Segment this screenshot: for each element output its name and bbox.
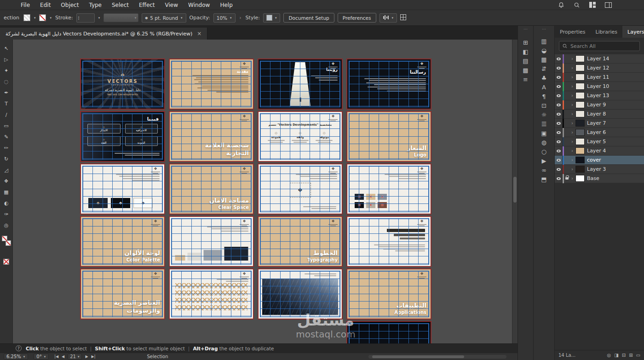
layer-thumbnail[interactable] bbox=[575, 83, 585, 90]
gradient-panel-icon[interactable]: ◒ bbox=[539, 46, 550, 55]
visibility-eye-icon[interactable] bbox=[555, 146, 563, 156]
artboard-20-applications-title[interactable]: ❖التطبيقاتApplications bbox=[347, 269, 431, 319]
layer-name[interactable]: Layer 13 bbox=[587, 93, 609, 99]
new-sublayer-icon[interactable]: ⊟ bbox=[622, 353, 626, 358]
layer-row-layer-7[interactable]: ›Layer 7 bbox=[555, 119, 644, 128]
layer-row-layer-14[interactable]: ›Layer 14 bbox=[555, 54, 644, 64]
layer-name[interactable]: cover bbox=[587, 157, 601, 163]
expand-chevron-icon[interactable]: › bbox=[570, 65, 575, 70]
artboard-9-logo-variations[interactable]: ❖❖❖❖ bbox=[81, 164, 164, 214]
workspace-switch-icon[interactable] bbox=[400, 14, 406, 22]
artboard-14-color-palette[interactable]: ❖ bbox=[170, 217, 253, 266]
line-segment-tool-icon[interactable]: ∕ bbox=[1, 110, 12, 120]
zoom-tool-icon[interactable]: ◎ bbox=[1, 220, 12, 230]
expand-chevron-icon[interactable]: › bbox=[570, 130, 575, 135]
expand-chevron-icon[interactable]: › bbox=[570, 102, 575, 107]
paragraph-panel-icon[interactable]: ¶ bbox=[539, 92, 550, 101]
rectangle-tool-icon[interactable]: ▭ bbox=[1, 121, 12, 131]
artboard-4-mission[interactable]: ❖رسالتنا bbox=[347, 59, 431, 109]
rotation-dropdown[interactable]: 0° ▾ bbox=[34, 354, 49, 360]
menu-object[interactable]: Object bbox=[56, 2, 84, 8]
artboard-8-logo-title[interactable]: ❖الشعارLogo bbox=[347, 112, 431, 161]
swatches-panel-icon[interactable]: ▦ bbox=[539, 55, 550, 64]
pen-tool-icon[interactable]: ✒ bbox=[1, 87, 12, 98]
delete-layer-icon[interactable]: ▭ bbox=[636, 353, 640, 358]
layer-row-layer-9[interactable]: ›Layer 9 bbox=[555, 100, 644, 110]
symbols-panel-icon[interactable]: ♣ bbox=[539, 73, 550, 82]
artboard-number-field[interactable]: 21 ▾ bbox=[68, 354, 82, 360]
color-panel-icon[interactable]: ▥ bbox=[539, 36, 550, 46]
visibility-eye-icon[interactable] bbox=[555, 91, 563, 100]
layer-thumbnail[interactable] bbox=[575, 138, 585, 145]
artboard-13-color-palette-title[interactable]: ❖لوحة الألوانColor Palette bbox=[81, 217, 164, 266]
paintbrush-tool-icon[interactable]: ✎ bbox=[1, 132, 12, 142]
info-panel-icon[interactable]: ≡ bbox=[520, 75, 531, 84]
expand-chevron-icon[interactable]: › bbox=[570, 111, 575, 116]
layer-thumbnail[interactable] bbox=[575, 147, 585, 154]
expand-chevron-icon[interactable]: › bbox=[570, 176, 575, 181]
stepper-arrows-icon[interactable]: ▴▾ bbox=[78, 16, 80, 20]
layer-thumbnail[interactable] bbox=[575, 166, 585, 173]
artboards-panel-icon[interactable]: ⊡ bbox=[539, 101, 550, 110]
layer-thumbnail[interactable] bbox=[575, 101, 585, 108]
layer-name[interactable]: Layer 11 bbox=[587, 74, 609, 80]
layer-thumbnail[interactable] bbox=[575, 55, 585, 62]
visibility-eye-icon[interactable] bbox=[555, 64, 563, 73]
search-icon[interactable] bbox=[574, 2, 580, 8]
layer-row-layer-10[interactable]: ›Layer 10 bbox=[555, 82, 644, 91]
align-panel-icon[interactable]: ⊞ bbox=[520, 38, 531, 47]
stroke-width-field[interactable]: ▴▾ bbox=[76, 13, 95, 23]
visibility-eye-icon[interactable] bbox=[555, 82, 563, 91]
artboard-6-brand-personality-title[interactable]: ❖شخصية العلامةالتجارية bbox=[170, 112, 253, 161]
transform-each-panel-icon[interactable]: ⇵ bbox=[539, 64, 550, 73]
layer-thumbnail[interactable] bbox=[575, 64, 585, 71]
expand-chevron-icon[interactable]: › bbox=[570, 121, 575, 126]
transform-panel-icon[interactable]: ◧ bbox=[520, 47, 531, 56]
layer-thumbnail[interactable] bbox=[575, 92, 585, 99]
tab-libraries[interactable]: Libraries bbox=[591, 26, 623, 38]
visibility-eye-icon[interactable] bbox=[555, 174, 563, 183]
horizontal-scrollbar[interactable] bbox=[368, 355, 506, 359]
layer-row-layer-11[interactable]: ›Layer 11 bbox=[555, 73, 644, 82]
layer-name[interactable]: Layer 9 bbox=[587, 102, 606, 108]
layer-name[interactable]: Layer 4 bbox=[587, 148, 606, 154]
make-clipping-mask-icon[interactable]: ◨ bbox=[614, 353, 618, 358]
type-tool-icon[interactable]: T bbox=[1, 99, 12, 109]
character-panel-icon[interactable]: A bbox=[539, 82, 550, 92]
tab-layers[interactable]: Layers bbox=[622, 26, 644, 38]
layer-thumbnail[interactable] bbox=[575, 110, 585, 117]
brush-definition-dropdown[interactable]: ● 5 pt. Round ▾ bbox=[142, 13, 186, 23]
opacity-dropdown[interactable]: 10% ▾ bbox=[213, 13, 236, 23]
artboard-16-typography[interactable]: ❖ bbox=[347, 217, 431, 266]
layer-name[interactable]: Layer 12 bbox=[587, 65, 609, 71]
layer-name[interactable]: Layer 10 bbox=[587, 83, 609, 89]
visibility-eye-icon[interactable] bbox=[555, 156, 563, 165]
stroke-width-caret-icon[interactable]: ▾ bbox=[98, 16, 100, 20]
artboard-15-typography-title[interactable]: ❖الخطوطTypography bbox=[259, 217, 342, 266]
expand-chevron-icon[interactable]: › bbox=[570, 139, 575, 144]
fill-stroke-swatches[interactable] bbox=[2, 236, 11, 246]
horizontal-scrollbar-thumb[interactable] bbox=[372, 355, 464, 358]
visibility-eye-icon[interactable] bbox=[555, 100, 563, 110]
artboard-2-introduction[interactable]: ❖مقدمة bbox=[170, 59, 253, 109]
vertical-scrollbar-thumb[interactable] bbox=[513, 177, 517, 203]
mesh-tool-icon[interactable]: ▦ bbox=[1, 187, 12, 197]
menu-view[interactable]: View bbox=[160, 2, 183, 8]
stroke-caret-icon[interactable]: ▾ bbox=[50, 16, 52, 20]
selection-tool-icon[interactable]: ↖ bbox=[1, 43, 12, 53]
shape-builder-tool-icon[interactable]: ❖ bbox=[1, 176, 12, 186]
layer-thumbnail[interactable] bbox=[575, 175, 585, 182]
vertical-scrollbar[interactable] bbox=[512, 40, 518, 343]
layer-name[interactable]: Layer 5 bbox=[587, 139, 606, 145]
preferences-button[interactable]: Preferences bbox=[338, 13, 376, 23]
menu-effect[interactable]: Effect bbox=[134, 2, 160, 8]
layer-row-layer-6[interactable]: ›Layer 6 bbox=[555, 128, 644, 137]
artboard-18-graphics-patterns[interactable]: ❖ bbox=[170, 269, 253, 319]
variable-width-profile-dropdown[interactable]: ▾ bbox=[104, 13, 138, 22]
menu-window[interactable]: Window bbox=[183, 2, 215, 8]
expand-chevron-icon[interactable]: › bbox=[570, 56, 575, 61]
layer-name[interactable]: Layer 3 bbox=[587, 166, 606, 172]
none-color-swatch[interactable] bbox=[3, 259, 9, 265]
layer-row-base[interactable]: ›Base bbox=[555, 174, 644, 183]
artboard-5-values[interactable]: قيمنا◇الابتكار◇الاحترافية◇الثقة◇الجودة bbox=[81, 112, 164, 161]
